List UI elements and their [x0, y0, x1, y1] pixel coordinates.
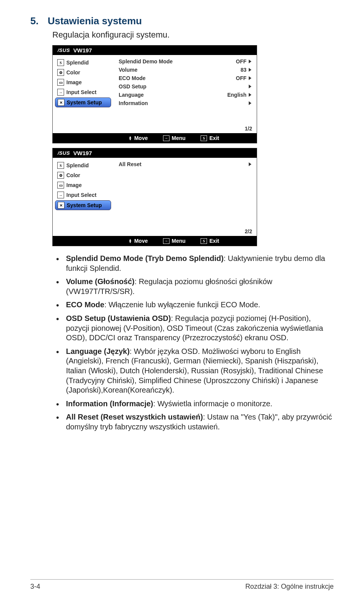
page-number: 3-4	[30, 583, 40, 591]
sidebar-item-label: Splendid	[66, 60, 89, 66]
image-icon: ▭	[57, 182, 64, 189]
foot-label: Move	[134, 238, 148, 244]
menu-label: Splendid Demo Mode	[119, 58, 173, 64]
color-icon: ⚙	[57, 172, 64, 179]
sidebar-item-image[interactable]: ▭Image	[55, 78, 111, 87]
sidebar-item-label: System Setup	[67, 99, 102, 105]
sidebar-item-input-select[interactable]: →Input Select	[55, 190, 111, 200]
bullet-text: : Wyświetla informacje o monitorze.	[153, 399, 272, 408]
sidebar-item-color[interactable]: ⚙Color	[55, 171, 111, 180]
menu-row[interactable]: Volume83	[117, 66, 253, 74]
chapter-label: Rozdział 3: Ogólne instrukcje	[245, 583, 334, 591]
menu-label: Information	[119, 100, 148, 106]
bullet-list: Splendid Demo Mode (Tryb Demo Splendid):…	[52, 254, 334, 432]
chevron-right-icon	[249, 76, 251, 80]
splendid-icon: S	[57, 162, 64, 169]
osd-footer: ▲▼Move Menu Exit	[53, 236, 257, 246]
splendid-icon: S	[57, 59, 64, 66]
brand-logo: /SUS	[56, 47, 71, 53]
menu-row[interactable]: All Reset	[117, 160, 253, 168]
menu-row[interactable]: OSD Setup	[117, 82, 253, 91]
page-footer: 3-4 Rozdział 3: Ogólne instrukcje	[30, 579, 334, 591]
osd-panel-1: /SUS VW197 SSplendid ⚙Color ▭Image →Inpu…	[52, 45, 257, 143]
exit-icon	[201, 135, 207, 141]
menu-label: All Reset	[119, 161, 141, 167]
menu-label: Language	[119, 92, 144, 98]
osd-titlebar: /SUS VW197	[53, 46, 257, 55]
sidebar-item-input-select[interactable]: →Input Select	[55, 88, 111, 97]
bullet-strong: OSD Setup (Ustawienia OSD)	[66, 314, 171, 322]
chevron-right-icon	[249, 101, 251, 105]
bullet-strong: Volume (Głośność)	[66, 277, 135, 286]
section-number: 5.	[30, 15, 39, 27]
image-icon: ▭	[57, 79, 64, 86]
menu-row[interactable]: ECO ModeOFF	[117, 74, 253, 82]
input-icon: →	[57, 89, 64, 96]
section-subtitle: Regulacja konfiguracji systemu.	[52, 30, 334, 40]
foot-label: Exit	[209, 135, 219, 141]
menu-value: OFF	[236, 75, 246, 81]
chevron-right-icon	[249, 93, 251, 97]
list-item: Volume (Głośność): Regulacja poziomu gło…	[52, 277, 334, 296]
chevron-right-icon	[249, 60, 251, 63]
sidebar-item-label: Input Select	[66, 192, 96, 198]
updown-icon: ▲▼	[129, 136, 132, 140]
bullet-strong: Information (Informacje)	[66, 399, 153, 408]
brand-logo: /SUS	[56, 150, 71, 156]
foot-move: ▲▼Move	[129, 135, 148, 141]
menu-value: 83	[240, 67, 246, 73]
foot-label: Menu	[172, 238, 186, 244]
system-icon: ✕	[58, 99, 64, 106]
foot-move: ▲▼Move	[129, 238, 148, 244]
osd-main: Splendid Demo ModeOFF Volume83 ECO ModeO…	[113, 55, 257, 123]
page-indicator: 2/2	[53, 226, 257, 236]
list-item: Splendid Demo Mode (Tryb Demo Splendid):…	[52, 254, 334, 273]
sidebar-item-splendid[interactable]: SSplendid	[55, 58, 111, 67]
sidebar-item-splendid[interactable]: SSplendid	[55, 161, 111, 170]
foot-menu: Menu	[163, 135, 186, 141]
osd-main: All Reset	[113, 158, 257, 226]
chevron-right-icon	[249, 68, 251, 72]
updown-icon: ▲▼	[129, 239, 132, 243]
list-item: Language (Język): Wybór języka OSD. Możl…	[52, 347, 334, 395]
sidebar-item-label: Image	[66, 182, 82, 188]
bullet-strong: Splendid Demo Mode (Tryb Demo Splendid)	[66, 254, 224, 262]
menu-row[interactable]: Splendid Demo ModeOFF	[117, 57, 253, 66]
foot-menu: Menu	[163, 238, 186, 244]
menu-icon	[163, 238, 169, 244]
foot-label: Move	[134, 135, 148, 141]
menu-label: OSD Setup	[119, 83, 146, 90]
list-item: Information (Informacje): Wyświetla info…	[52, 399, 334, 409]
bullet-strong: All Reset (Reset wszystkich ustawień)	[66, 413, 203, 421]
sidebar-item-system-setup[interactable]: ✕System Setup	[55, 97, 111, 107]
menu-value: OFF	[236, 58, 246, 64]
input-icon: →	[57, 192, 64, 198]
menu-label: Volume	[119, 67, 138, 73]
model-label: VW197	[73, 47, 92, 53]
osd-sidebar: SSplendid ⚙Color ▭Image →Input Select ✕S…	[53, 55, 113, 123]
list-item: OSD Setup (Ustawienia OSD): Regulacja po…	[52, 314, 334, 343]
sidebar-item-label: Image	[66, 79, 82, 85]
foot-exit: Exit	[201, 238, 219, 244]
menu-row[interactable]: LanguageEnglish	[117, 91, 253, 99]
osd-footer: ▲▼Move Menu Exit	[53, 133, 257, 143]
osd-titlebar: /SUS VW197	[53, 148, 257, 158]
bullet-strong: Language (Język)	[66, 347, 130, 355]
menu-label: ECO Mode	[119, 75, 146, 81]
list-item: All Reset (Reset wszystkich ustawień): U…	[52, 412, 334, 432]
chevron-right-icon	[249, 162, 251, 166]
page-indicator: 1/2	[53, 123, 257, 133]
sidebar-item-label: Input Select	[66, 89, 96, 95]
sidebar-item-label: System Setup	[67, 202, 102, 208]
foot-label: Exit	[209, 238, 219, 244]
bullet-strong: ECO Mode	[66, 300, 104, 309]
sidebar-item-image[interactable]: ▭Image	[55, 181, 111, 190]
sidebar-item-system-setup[interactable]: ✕System Setup	[55, 200, 111, 210]
sidebar-item-color[interactable]: ⚙Color	[55, 68, 111, 77]
menu-row[interactable]: Information	[117, 99, 253, 107]
sidebar-item-label: Splendid	[66, 162, 89, 168]
list-item: ECO Mode: Włączenie lub wyłączenie funkc…	[52, 300, 334, 310]
model-label: VW197	[73, 150, 92, 156]
menu-icon	[163, 135, 169, 141]
section-title: Ustawienia systemu	[48, 15, 142, 27]
